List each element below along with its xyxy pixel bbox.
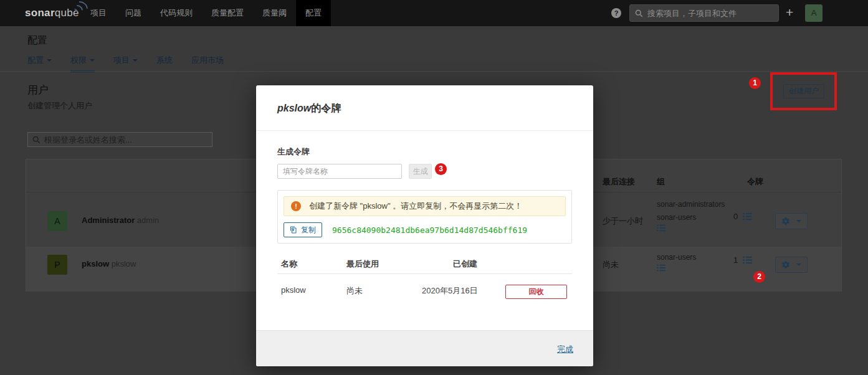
user-login: admin [137,216,159,225]
search-icon [635,9,643,17]
user-settings-dropdown[interactable] [775,213,808,229]
divider [277,273,572,274]
tokens-cell: 1 [733,255,752,265]
last-connection-value: 少于一小时 [603,216,643,227]
copy-row: 复制 9656c84090b2481db6ea97b6d14d87d546bff… [284,222,527,237]
modal-title: pkslow的令牌 [256,85,593,131]
tokens-list-icon[interactable] [743,256,752,264]
copy-button[interactable]: 复制 [284,222,322,237]
users-page-subtitle: 创建管理个人用户 [27,100,92,112]
global-navbar: sonarqube 项目 问题 代码规则 质量配置 质量阈 配置 ? + A [0,0,868,26]
global-search [629,4,779,22]
annotation-step-2: 2 [753,271,765,283]
warning-icon: ! [291,201,301,211]
token-warning-alert: ! 创建了新令牌 "pkslow" 。请立即复制，不会再显示第二次！ [284,196,566,216]
page-title: 配置 [27,34,47,47]
user-avatar[interactable]: A [805,4,823,22]
nav-item-rules[interactable]: 代码规则 [151,0,202,26]
plus-icon[interactable]: + [786,0,793,25]
users-page-title: 用户 [27,83,49,97]
tokens-modal: pkslow的令牌 生成令牌 生成 ! 创建了新令牌 "pkslow" 。请立即… [256,85,593,366]
user-settings-dropdown[interactable] [775,257,808,273]
user-login: pkslow [112,259,136,268]
nav-item-quality-gates[interactable]: 质量阈 [253,0,296,26]
users-search [27,132,212,147]
tokens-list-icon[interactable] [743,212,752,221]
avatar: A [47,211,67,231]
search-icon [32,136,41,144]
nav-item-issues[interactable]: 问题 [116,0,151,26]
chevron-down-icon [90,59,95,64]
annotation-step-1: 1 [749,77,761,89]
token-col-last-use: 最后使用 [346,259,379,270]
nav-item-administration[interactable]: 配置 [296,0,331,26]
nav-item-quality-profiles[interactable]: 质量配置 [202,0,253,26]
sonarqube-app: sonarqube 项目 问题 代码规则 质量配置 质量阈 配置 ? + A 配… [0,0,868,375]
column-last-connection: 最后连接 [603,176,635,188]
groups-list-icon[interactable] [657,224,725,232]
user-name: Administrator admin [82,216,159,225]
chevron-down-icon [796,263,801,268]
groups-list-icon[interactable] [657,264,696,272]
token-col-created: 已创建 [453,259,477,270]
gear-icon [781,260,790,269]
modal-footer: 完成 [256,330,593,366]
token-name-input[interactable] [277,164,402,179]
main-menu: 项目 问题 代码规则 质量配置 质量阈 配置 [81,0,331,26]
help-icon[interactable]: ? [611,8,621,18]
annotation-rectangle [770,72,837,110]
logo-sonar: sonar [25,7,55,19]
token-row-created: 2020年5月16日 [422,285,478,297]
users-search-input[interactable] [44,135,207,145]
tab-marketplace[interactable]: 应用市场 [191,55,224,72]
token-row-name: pkslow [281,285,306,295]
tokens-cell: 0 [733,212,752,221]
revoke-button[interactable]: 回收 [505,285,567,299]
user-name: pkslow pkslow [82,259,136,268]
groups-cell: sonar-administrators sonar-users [657,198,725,232]
last-connection-value: 尚未 [603,259,619,270]
tab-permissions[interactable]: 权限 [70,55,95,72]
alert-text: 创建了新令牌 "pkslow" 。请立即复制，不会再显示第二次！ [309,201,522,212]
annotation-step-3: 3 [435,163,447,175]
gear-icon [781,217,790,225]
token-row-last-use: 尚未 [346,285,363,297]
chevron-down-icon [47,59,52,64]
token-value: 9656c84090b2481db6ea97b6d14d87d546bff619 [332,225,527,235]
tab-system[interactable]: 系统 [156,55,173,72]
tab-configuration[interactable]: 配置 [27,55,52,72]
groups-cell: sonar-users [657,251,696,272]
new-token-panel: ! 创建了新令牌 "pkslow" 。请立即复制，不会再显示第二次！ 复制 96… [277,190,572,244]
admin-tabs: 配置 权限 项目 系统 应用市场 [27,55,224,72]
generate-button[interactable]: 生成 [409,164,432,179]
tabs-divider [0,71,868,72]
column-tokens: 令牌 [747,176,763,188]
chevron-down-icon [133,59,138,64]
avatar: P [47,255,67,275]
token-col-name: 名称 [281,259,297,270]
column-groups: 组 [657,176,665,188]
global-search-input[interactable] [647,9,773,18]
nav-item-projects[interactable]: 项目 [81,0,116,26]
generate-token-heading: 生成令牌 [277,146,310,158]
chevron-down-icon [796,220,801,225]
done-link[interactable]: 完成 [557,344,573,355]
tab-projects[interactable]: 项目 [113,55,138,72]
copy-icon [290,226,297,234]
